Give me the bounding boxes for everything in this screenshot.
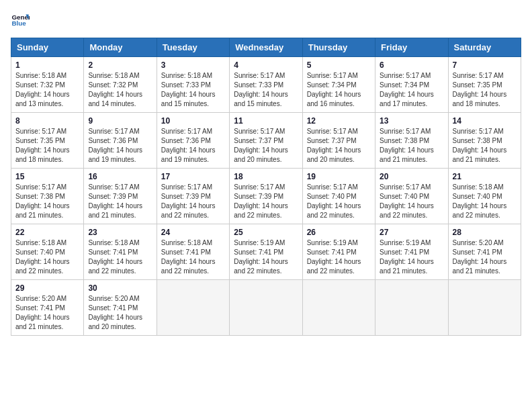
- calendar-cell: 7 Sunrise: 5:17 AMSunset: 7:35 PMDayligh…: [448, 57, 521, 113]
- calendar-cell: 29 Sunrise: 5:20 AMSunset: 7:41 PMDaylig…: [11, 280, 84, 336]
- logo: General Blue: [11, 11, 30, 30]
- calendar-week-row: 15 Sunrise: 5:17 AMSunset: 7:38 PMDaylig…: [11, 169, 521, 224]
- cell-content: Sunrise: 5:17 AMSunset: 7:36 PMDaylight:…: [161, 128, 216, 163]
- calendar-cell: 8 Sunrise: 5:17 AMSunset: 7:35 PMDayligh…: [11, 113, 84, 169]
- calendar-cell: 14 Sunrise: 5:17 AMSunset: 7:38 PMDaylig…: [448, 113, 521, 169]
- calendar-cell: 28 Sunrise: 5:20 AMSunset: 7:41 PMDaylig…: [448, 224, 521, 280]
- calendar-cell: 5 Sunrise: 5:17 AMSunset: 7:34 PMDayligh…: [302, 57, 375, 113]
- day-header-saturday: Saturday: [448, 38, 521, 57]
- cell-content: Sunrise: 5:17 AMSunset: 7:39 PMDaylight:…: [234, 183, 288, 219]
- calendar-week-row: 8 Sunrise: 5:17 AMSunset: 7:35 PMDayligh…: [11, 113, 521, 169]
- day-number: 6: [380, 60, 443, 70]
- calendar-cell: 15 Sunrise: 5:17 AMSunset: 7:38 PMDaylig…: [11, 169, 84, 224]
- cell-content: Sunrise: 5:17 AMSunset: 7:35 PMDaylight:…: [15, 128, 70, 163]
- cell-content: Sunrise: 5:17 AMSunset: 7:37 PMDaylight:…: [234, 128, 288, 163]
- day-header-tuesday: Tuesday: [157, 38, 229, 57]
- calendar-week-row: 22 Sunrise: 5:18 AMSunset: 7:40 PMDaylig…: [11, 224, 521, 280]
- calendar-cell: 2 Sunrise: 5:18 AMSunset: 7:32 PMDayligh…: [84, 57, 157, 113]
- cell-content: Sunrise: 5:20 AMSunset: 7:41 PMDaylight:…: [15, 295, 70, 330]
- day-number: 30: [88, 283, 152, 293]
- calendar-cell: [302, 280, 375, 336]
- calendar-cell: 26 Sunrise: 5:19 AMSunset: 7:41 PMDaylig…: [302, 224, 375, 280]
- day-number: 27: [380, 228, 443, 237]
- calendar-cell: 24 Sunrise: 5:18 AMSunset: 7:41 PMDaylig…: [157, 224, 229, 280]
- calendar-cell: 23 Sunrise: 5:18 AMSunset: 7:41 PMDaylig…: [84, 224, 157, 280]
- calendar-table: SundayMondayTuesdayWednesdayThursdayFrid…: [11, 38, 521, 336]
- calendar-cell: 22 Sunrise: 5:18 AMSunset: 7:40 PMDaylig…: [11, 224, 84, 280]
- day-number: 8: [15, 116, 79, 126]
- calendar-cell: 11 Sunrise: 5:17 AMSunset: 7:37 PMDaylig…: [230, 113, 302, 169]
- calendar-cell: [375, 280, 448, 336]
- cell-content: Sunrise: 5:18 AMSunset: 7:33 PMDaylight:…: [161, 72, 216, 107]
- day-number: 1: [15, 60, 79, 70]
- day-header-sunday: Sunday: [11, 38, 84, 57]
- day-number: 22: [15, 228, 79, 237]
- calendar-cell: 19 Sunrise: 5:17 AMSunset: 7:40 PMDaylig…: [302, 169, 375, 224]
- cell-content: Sunrise: 5:17 AMSunset: 7:35 PMDaylight:…: [453, 72, 507, 107]
- day-number: 7: [453, 60, 517, 70]
- calendar-cell: 3 Sunrise: 5:18 AMSunset: 7:33 PMDayligh…: [157, 57, 229, 113]
- calendar-cell: 12 Sunrise: 5:17 AMSunset: 7:37 PMDaylig…: [302, 113, 375, 169]
- calendar-week-row: 1 Sunrise: 5:18 AMSunset: 7:32 PMDayligh…: [11, 57, 521, 113]
- cell-content: Sunrise: 5:19 AMSunset: 7:41 PMDaylight:…: [380, 239, 434, 275]
- cell-content: Sunrise: 5:18 AMSunset: 7:41 PMDaylight:…: [88, 239, 142, 275]
- day-number: 16: [88, 172, 152, 181]
- day-header-friday: Friday: [375, 38, 448, 57]
- calendar-cell: 1 Sunrise: 5:18 AMSunset: 7:32 PMDayligh…: [11, 57, 84, 113]
- calendar-cell: 20 Sunrise: 5:17 AMSunset: 7:40 PMDaylig…: [375, 169, 448, 224]
- day-number: 15: [15, 172, 79, 181]
- day-number: 24: [161, 228, 225, 237]
- cell-content: Sunrise: 5:17 AMSunset: 7:38 PMDaylight:…: [380, 128, 434, 163]
- cell-content: Sunrise: 5:17 AMSunset: 7:39 PMDaylight:…: [88, 183, 142, 219]
- day-number: 13: [380, 116, 443, 126]
- day-number: 25: [234, 228, 298, 237]
- svg-text:Blue: Blue: [11, 19, 26, 27]
- calendar-cell: 21 Sunrise: 5:18 AMSunset: 7:40 PMDaylig…: [448, 169, 521, 224]
- cell-content: Sunrise: 5:18 AMSunset: 7:40 PMDaylight:…: [15, 239, 70, 275]
- calendar-cell: 10 Sunrise: 5:17 AMSunset: 7:36 PMDaylig…: [157, 113, 229, 169]
- day-number: 9: [88, 116, 152, 126]
- day-number: 11: [234, 116, 298, 126]
- calendar-cell: [448, 280, 521, 336]
- cell-content: Sunrise: 5:17 AMSunset: 7:40 PMDaylight:…: [380, 183, 434, 219]
- calendar-cell: [230, 280, 302, 336]
- cell-content: Sunrise: 5:17 AMSunset: 7:34 PMDaylight:…: [380, 72, 434, 107]
- day-header-wednesday: Wednesday: [230, 38, 302, 57]
- cell-content: Sunrise: 5:17 AMSunset: 7:36 PMDaylight:…: [88, 128, 142, 163]
- cell-content: Sunrise: 5:19 AMSunset: 7:41 PMDaylight:…: [307, 239, 361, 275]
- day-number: 21: [453, 172, 517, 181]
- day-number: 19: [307, 172, 371, 181]
- day-number: 26: [307, 228, 371, 237]
- day-number: 5: [307, 60, 371, 70]
- cell-content: Sunrise: 5:20 AMSunset: 7:41 PMDaylight:…: [453, 239, 507, 275]
- calendar-cell: 6 Sunrise: 5:17 AMSunset: 7:34 PMDayligh…: [375, 57, 448, 113]
- cell-content: Sunrise: 5:18 AMSunset: 7:41 PMDaylight:…: [161, 239, 216, 275]
- cell-content: Sunrise: 5:17 AMSunset: 7:34 PMDaylight:…: [307, 72, 361, 107]
- calendar-week-row: 29 Sunrise: 5:20 AMSunset: 7:41 PMDaylig…: [11, 280, 521, 336]
- cell-content: Sunrise: 5:17 AMSunset: 7:38 PMDaylight:…: [453, 128, 507, 163]
- day-number: 3: [161, 60, 225, 70]
- day-number: 28: [453, 228, 517, 237]
- day-header-monday: Monday: [84, 38, 157, 57]
- day-number: 29: [15, 283, 79, 293]
- calendar-cell: 27 Sunrise: 5:19 AMSunset: 7:41 PMDaylig…: [375, 224, 448, 280]
- logo-icon: General Blue: [11, 11, 30, 30]
- page-header: General Blue: [11, 11, 521, 30]
- cell-content: Sunrise: 5:17 AMSunset: 7:39 PMDaylight:…: [161, 183, 216, 219]
- day-number: 14: [453, 116, 517, 126]
- calendar-cell: [157, 280, 229, 336]
- cell-content: Sunrise: 5:18 AMSunset: 7:32 PMDaylight:…: [88, 72, 142, 107]
- cell-content: Sunrise: 5:17 AMSunset: 7:37 PMDaylight:…: [307, 128, 361, 163]
- calendar-cell: 30 Sunrise: 5:20 AMSunset: 7:41 PMDaylig…: [84, 280, 157, 336]
- calendar-cell: 18 Sunrise: 5:17 AMSunset: 7:39 PMDaylig…: [230, 169, 302, 224]
- cell-content: Sunrise: 5:17 AMSunset: 7:33 PMDaylight:…: [234, 72, 288, 107]
- calendar-cell: 16 Sunrise: 5:17 AMSunset: 7:39 PMDaylig…: [84, 169, 157, 224]
- cell-content: Sunrise: 5:17 AMSunset: 7:38 PMDaylight:…: [15, 183, 70, 219]
- day-number: 2: [88, 60, 152, 70]
- calendar-cell: 13 Sunrise: 5:17 AMSunset: 7:38 PMDaylig…: [375, 113, 448, 169]
- day-number: 4: [234, 60, 298, 70]
- day-number: 23: [88, 228, 152, 237]
- cell-content: Sunrise: 5:18 AMSunset: 7:40 PMDaylight:…: [453, 183, 507, 219]
- cell-content: Sunrise: 5:17 AMSunset: 7:40 PMDaylight:…: [307, 183, 361, 219]
- cell-content: Sunrise: 5:20 AMSunset: 7:41 PMDaylight:…: [88, 295, 142, 330]
